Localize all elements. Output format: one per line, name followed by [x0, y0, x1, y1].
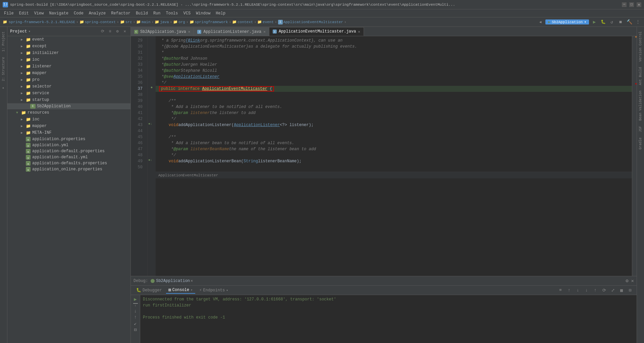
menu-file[interactable]: File	[1, 10, 16, 16]
tree-item-app-properties[interactable]: a application.properties	[7, 136, 130, 142]
tab-close-btn3[interactable]: ✕	[358, 30, 360, 34]
left-tab-1[interactable]: 1: Project	[1, 30, 6, 54]
breadcrumb-spring-framework[interactable]: spring-framework-5.2.1.RELEASE	[9, 20, 75, 24]
minimize-button[interactable]: ─	[622, 2, 627, 7]
menu-window[interactable]: Window	[193, 10, 213, 16]
left-tab-3[interactable]: ★	[1, 84, 6, 92]
tree-item-app-defaults-prop[interactable]: a application-defaults.properties	[7, 160, 130, 166]
run-config-arrow[interactable]: ▾	[584, 20, 586, 24]
tree-item-selector[interactable]: ▶ 📁 selector	[7, 83, 130, 90]
tree-item-startup[interactable]: ▶ 📁 startup	[7, 97, 130, 103]
menu-navigate[interactable]: Navigate	[46, 10, 71, 16]
tree-item-pro[interactable]: ▶ 📁 pro	[7, 76, 130, 83]
debug-settings-icon[interactable]: ⚙	[626, 278, 628, 284]
menu-vcs[interactable]: VCS	[181, 10, 194, 16]
console-toolbar-btn-7[interactable]: ⤢	[609, 287, 616, 294]
maximize-button[interactable]: □	[629, 2, 634, 7]
debug-close-icon[interactable]: ✕	[631, 278, 634, 284]
tree-item-app-default-prop[interactable]: a application-default.properties	[7, 148, 130, 154]
console-dropdown[interactable]: ▾	[191, 288, 193, 292]
menu-refactor[interactable]: Refactor	[108, 10, 133, 16]
tree-item-ioc2[interactable]: ▶ 📁 ioc	[7, 116, 130, 123]
menu-help[interactable]: Help	[213, 10, 228, 16]
console-toolbar-btn-6[interactable]: ⟳	[600, 287, 608, 294]
hide-button[interactable]: ✕	[122, 28, 128, 35]
gutter-marker-37[interactable]: ●	[149, 84, 154, 91]
build-button[interactable]: 🔨	[626, 19, 633, 25]
step-out-btn[interactable]: ↑	[134, 315, 137, 320]
tree-item-event[interactable]: ▶ 📁 event	[7, 36, 130, 43]
tree-item-metainf[interactable]: ▶ 📁 META-INF	[7, 129, 130, 136]
stop-button[interactable]: ■	[617, 19, 624, 25]
right-tab-gradle[interactable]: Gradle	[638, 135, 643, 152]
tree-item-app-yml[interactable]: y application.yml	[7, 142, 130, 148]
evaluate-btn[interactable]: ⊟	[134, 327, 137, 333]
breadcrumb-org[interactable]: org	[178, 20, 185, 24]
console-toolbar-btn-5[interactable]: ↑	[592, 287, 599, 294]
console-toolbar-btn-2[interactable]: ↑	[566, 287, 573, 294]
bottom-tab-debugger[interactable]: 🐛 Debugger	[133, 287, 165, 293]
breadcrumb-springframework[interactable]: springframework	[195, 20, 228, 24]
rerun-button[interactable]: ↺	[608, 19, 615, 25]
tree-item-app-default-yml[interactable]: y application-default.yml	[7, 154, 130, 160]
menu-run[interactable]: Run	[151, 10, 163, 16]
breadcrumb-main[interactable]: main	[142, 20, 150, 24]
debug-session-name[interactable]: Sb2Application	[156, 279, 190, 283]
run-to-cursor-btn[interactable]: ↙	[134, 321, 137, 326]
left-tab-2[interactable]: 2: Structure	[1, 55, 6, 83]
tree-item-app-online-prop[interactable]: a application_online.properties	[7, 166, 130, 172]
right-tab-version-control[interactable]: Version Control	[638, 30, 643, 64]
console-toolbar-btn-3[interactable]: ↓	[574, 287, 582, 294]
breadcrumb-java[interactable]: java	[160, 20, 169, 24]
tree-item-listener[interactable]: ▶ 📁 listener	[7, 63, 130, 70]
step-into-btn[interactable]: ↓	[134, 308, 137, 314]
tree-item-initializer[interactable]: ▶ 📁 initializer	[7, 50, 130, 56]
tree-item-mapper2[interactable]: ▶ 📁 mapper	[7, 123, 130, 129]
tree-item-sb2application[interactable]: ▶ C Sb2Application	[7, 103, 130, 109]
sidebar-dropdown-arrow[interactable]: ▾	[28, 29, 31, 34]
code-area[interactable]: * a Spring {@link org.springframework.co…	[156, 36, 632, 276]
menu-code[interactable]: Code	[71, 10, 86, 16]
sync-button[interactable]: ⟳	[100, 28, 106, 35]
debug-button[interactable]: 🐛	[600, 19, 606, 25]
tree-item-except[interactable]: ▶ 📁 except	[7, 43, 130, 50]
tab-applicationeventmulticaster[interactable]: I ApplicationEventMulticaster.java ✕	[269, 27, 364, 36]
console-toolbar-btn-8[interactable]: ▦	[618, 287, 625, 294]
navigate-left-icon[interactable]: ◀	[539, 20, 542, 24]
console-toolbar-btn-9[interactable]: ⊟	[627, 287, 634, 294]
breadcrumb-spring-context[interactable]: spring-context	[85, 20, 116, 24]
breadcrumb-event[interactable]: event	[263, 20, 274, 24]
close-button[interactable]: ✕	[637, 2, 641, 7]
step-over-btn[interactable]: ↑	[133, 303, 138, 308]
tree-item-mapper[interactable]: ▶ 📁 mapper	[7, 70, 130, 76]
bottom-tab-console[interactable]: ▤ Console ▾	[166, 287, 196, 294]
right-tab-jsf[interactable]: JSF	[638, 124, 643, 134]
collapse-button[interactable]: ≡	[107, 28, 113, 35]
editor-scrollbar[interactable]	[632, 36, 637, 276]
menu-view[interactable]: View	[32, 10, 47, 16]
endpoints-dropdown[interactable]: ▾	[226, 288, 228, 292]
run-config-selector[interactable]: ▶ Sb2Application ▾	[545, 19, 589, 24]
tree-item-ioc[interactable]: ▶ 📁 ioc	[7, 56, 130, 63]
menu-tools[interactable]: Tools	[163, 10, 181, 16]
menu-edit[interactable]: Edit	[16, 10, 32, 16]
tree-item-resources[interactable]: ▼ 📁 resources	[7, 109, 130, 116]
right-tab-ant-build[interactable]: Ant Build	[638, 65, 643, 87]
menu-analyze[interactable]: Analyze	[86, 10, 108, 16]
breadcrumb-src[interactable]: src	[125, 20, 132, 24]
gutter-marker-43[interactable]: ●↓	[148, 121, 154, 127]
tree-item-service[interactable]: ▶ 📁 service	[7, 90, 130, 97]
tab-sb2application[interactable]: C Sb2Application.java ✕	[131, 27, 194, 36]
tab-applicationlistener[interactable]: I ApplicationListener.java ✕	[194, 27, 269, 36]
console-toolbar-btn-1[interactable]: ≡	[557, 287, 564, 294]
right-tab-bean-validation[interactable]: Bean Validation	[638, 89, 643, 123]
debug-session-close[interactable]: ✕	[191, 278, 193, 283]
bottom-tab-endpoints[interactable]: ⚡ Endpoints ▾	[197, 287, 231, 293]
tab-close-btn2[interactable]: ✕	[263, 30, 266, 34]
menu-build[interactable]: Build	[133, 10, 151, 16]
tab-close-btn[interactable]: ✕	[188, 30, 191, 34]
gutter-marker-49[interactable]: ●↓	[148, 157, 154, 163]
console-toolbar-btn-4[interactable]: ↓	[583, 287, 590, 294]
breadcrumb-context[interactable]: context	[237, 20, 253, 24]
settings-button[interactable]: ⚙	[114, 28, 120, 35]
